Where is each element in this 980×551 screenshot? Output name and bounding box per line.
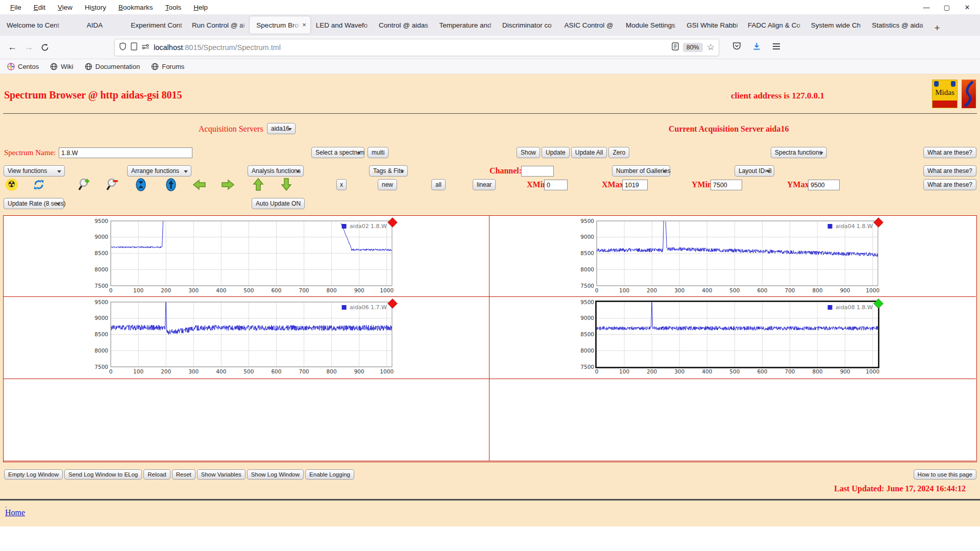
tab-11[interactable]: Module Settings — [620, 16, 681, 34]
menu-file[interactable]: File — [5, 2, 27, 13]
spectrum-name-input[interactable] — [59, 147, 192, 158]
xmin-input[interactable] — [544, 180, 568, 190]
x-button[interactable]: x — [336, 179, 347, 190]
refresh-icon[interactable] — [32, 178, 45, 191]
update-all-button[interactable]: Update All — [571, 147, 607, 158]
bookmark-forums[interactable]: Forums — [151, 63, 184, 70]
bookmark-documentation[interactable]: Documentation — [85, 63, 140, 70]
site-settings-icon[interactable] — [141, 42, 150, 53]
url-bar[interactable]: localhost:8015/Spectrum/Spectrum.tml 80%… — [114, 39, 719, 56]
select-spectrum-dropdown[interactable]: Select a spectrum — [311, 147, 364, 158]
gallery-cell-3[interactable]: 7500800085009000950001002003004005006007… — [4, 297, 489, 379]
spectrum-chart-aida08[interactable]: 7500800085009000950001002003004005006007… — [574, 299, 880, 374]
menu-bookmarks[interactable]: Bookmarks — [113, 2, 158, 13]
what-are-these-button-3[interactable]: What are these? — [923, 179, 976, 190]
channel-input[interactable] — [521, 166, 554, 177]
reader-view-icon[interactable] — [672, 42, 679, 53]
bookmark-wiki[interactable]: Wiki — [50, 63, 74, 70]
number-of-galleries-dropdown[interactable]: Number of Galleries — [612, 165, 670, 177]
gallery-cell-2[interactable]: 7500800085009000950001002003004005006007… — [489, 216, 976, 297]
empty-log-window-button[interactable]: Empty Log Window — [4, 469, 63, 480]
gallery-cell-1[interactable]: 7500800085009000950001002003004005006007… — [4, 216, 489, 297]
spectrum-chart-aida04[interactable]: 7500800085009000950001002003004005006007… — [574, 218, 880, 293]
url-text[interactable]: localhost:8015/Spectrum/Spectrum.tml — [154, 43, 668, 52]
analysis-functions-dropdown[interactable]: Analysis functions — [248, 165, 304, 177]
menu-edit[interactable]: Edit — [29, 2, 51, 13]
reload-icon[interactable] — [37, 39, 53, 56]
tab-1[interactable]: Welcome to Cent — [3, 16, 63, 34]
multi-button[interactable]: multi — [368, 147, 388, 158]
tags-fits-dropdown[interactable]: Tags & Fits — [369, 165, 408, 177]
zoom-out-icon[interactable] — [105, 178, 119, 191]
xmax-input[interactable] — [622, 180, 648, 190]
tab-2[interactable]: AIDA — [64, 16, 125, 34]
all-button[interactable]: all — [431, 179, 446, 190]
menu-help[interactable]: Help — [188, 2, 213, 13]
downloads-icon[interactable] — [752, 42, 761, 53]
home-link[interactable]: Home — [5, 508, 25, 517]
shield-icon[interactable] — [119, 42, 127, 53]
tab-10[interactable]: ASIC Control @ — [558, 16, 619, 34]
forward-icon[interactable]: → — [20, 39, 37, 56]
tab-close-icon[interactable]: × — [300, 21, 308, 29]
gallery-cell-4[interactable]: 7500800085009000950001002003004005006007… — [489, 297, 976, 379]
tab-3[interactable]: Experiment Cont — [126, 16, 187, 34]
maximize-window-icon[interactable]: ▢ — [943, 4, 950, 11]
new-button[interactable]: new — [378, 179, 397, 190]
back-icon[interactable]: ← — [4, 39, 20, 56]
tab-15[interactable]: Statistics @ aida — [867, 16, 928, 34]
ymax-input[interactable] — [808, 180, 840, 190]
acquisition-server-select[interactable]: aida16 — [267, 123, 296, 134]
expand-vertical-icon[interactable] — [164, 178, 178, 191]
what-are-these-button-1[interactable]: What are these? — [923, 147, 976, 158]
reload-button[interactable]: Reload — [143, 469, 170, 480]
radiation-icon[interactable]: ☢ — [5, 178, 18, 191]
arrow-down-icon[interactable] — [279, 178, 293, 191]
spectrum-chart-aida02[interactable]: 7500800085009000950001002003004005006007… — [88, 218, 395, 293]
menu-view[interactable]: View — [53, 2, 78, 13]
spectrum-chart-aida06[interactable]: 7500800085009000950001002003004005006007… — [88, 299, 395, 374]
tab-12[interactable]: GSI White Rabbi — [682, 16, 743, 34]
menu-tools[interactable]: Tools — [160, 2, 187, 13]
arrow-right-icon[interactable] — [221, 178, 235, 191]
tab-13[interactable]: FADC Align & Co — [744, 16, 804, 34]
zoom-level-badge[interactable]: 80% — [683, 43, 703, 52]
compress-vertical-icon[interactable] — [134, 178, 148, 191]
reset-button[interactable]: Reset — [172, 469, 195, 480]
arrange-functions-dropdown[interactable]: Arrange functions — [127, 165, 191, 177]
send-log-window-to-elog-button[interactable]: Send Log Window to ELog — [64, 469, 142, 480]
zoom-in-icon[interactable] — [77, 178, 91, 191]
tab-7[interactable]: Control @ aidas — [373, 16, 434, 34]
enable-logging-button[interactable]: Enable Logging — [305, 469, 354, 480]
close-window-icon[interactable]: ✕ — [964, 4, 971, 11]
tab-14[interactable]: System wide Ch — [805, 16, 866, 34]
auto-update-button[interactable]: Auto Update ON — [252, 198, 305, 209]
tab-8[interactable]: Temperature and — [435, 16, 496, 34]
bookmark-centos[interactable]: Centos — [7, 63, 39, 70]
show-log-window-button[interactable]: Show Log Window — [247, 469, 304, 480]
minimize-window-icon[interactable]: — — [923, 4, 930, 11]
spectra-functions-dropdown[interactable]: Spectra functions — [771, 147, 827, 158]
arrow-left-icon[interactable] — [192, 178, 206, 191]
update-button[interactable]: Update — [542, 147, 570, 158]
bookmark-star-icon[interactable]: ☆ — [707, 42, 715, 53]
zero-button[interactable]: Zero — [608, 147, 629, 158]
how-to-use-button[interactable]: How to use this page — [914, 469, 976, 480]
linear-button[interactable]: linear — [473, 179, 496, 190]
show-variables-button[interactable]: Show Variables — [197, 469, 246, 480]
tab-4[interactable]: Run Control @ ai — [188, 16, 249, 34]
layout-id-dropdown[interactable]: Layout ID=8 — [734, 165, 774, 177]
new-tab-button[interactable]: + — [929, 20, 945, 36]
view-functions-dropdown[interactable]: View functions — [4, 165, 65, 177]
tab-9[interactable]: Discriminator co — [497, 16, 557, 34]
show-button[interactable]: Show — [517, 147, 540, 158]
menu-history[interactable]: History — [80, 2, 111, 13]
arrow-up-icon[interactable] — [251, 178, 265, 191]
tab-5[interactable]: Spectrum Brow× — [250, 16, 310, 34]
tab-6[interactable]: LED and Wavefo — [311, 16, 372, 34]
hamburger-menu-icon[interactable] — [772, 43, 780, 52]
ymin-input[interactable] — [710, 180, 742, 190]
pocket-icon[interactable] — [732, 42, 741, 53]
update-rate-dropdown[interactable]: Update Rate (8 secs) — [4, 198, 64, 209]
what-are-these-button-2[interactable]: What are these? — [923, 165, 976, 177]
